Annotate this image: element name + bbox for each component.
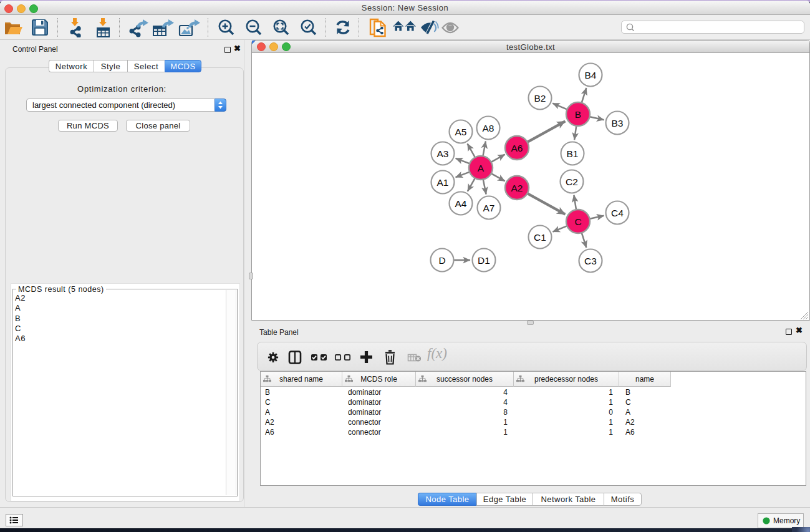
- svg-text:B: B: [575, 109, 581, 120]
- svg-text:B3: B3: [612, 118, 624, 128]
- svg-text:C2: C2: [566, 177, 578, 187]
- svg-text:C: C: [574, 216, 581, 227]
- svg-text:A8: A8: [483, 123, 494, 133]
- svg-text:A4: A4: [455, 198, 467, 209]
- svg-text:A6: A6: [511, 143, 523, 153]
- svg-text:A1: A1: [437, 177, 449, 188]
- svg-text:C1: C1: [534, 232, 546, 243]
- svg-text:D1: D1: [478, 255, 490, 266]
- svg-text:B2: B2: [534, 93, 546, 104]
- svg-text:A7: A7: [483, 203, 495, 213]
- svg-text:B4: B4: [585, 70, 597, 80]
- svg-text:C3: C3: [584, 256, 597, 266]
- svg-text:A3: A3: [437, 148, 449, 159]
- svg-text:A2: A2: [511, 183, 523, 193]
- svg-text:A5: A5: [455, 127, 467, 137]
- svg-text:A: A: [478, 163, 485, 173]
- svg-text:D: D: [438, 255, 445, 266]
- svg-text:C4: C4: [611, 208, 624, 218]
- svg-text:B1: B1: [567, 148, 579, 159]
